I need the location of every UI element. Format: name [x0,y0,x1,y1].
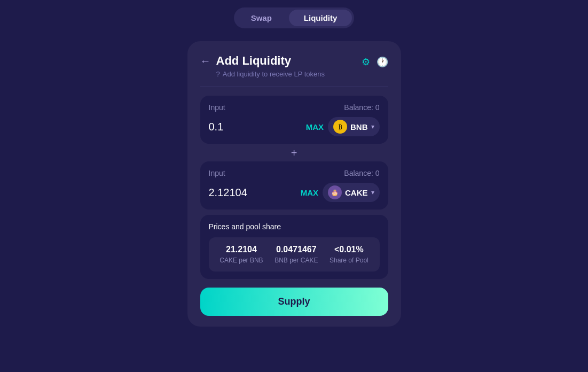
cake-token-name: CAKE [345,188,368,197]
price-item-cake-per-bnb: 21.2104 CAKE per BNB [219,245,263,264]
card-subtitle: ? Add liquidity to receive LP tokens [216,70,325,78]
bnb-icon: ₿ [333,120,347,134]
cake-max-button[interactable]: MAX [301,188,318,197]
cake-token-selector[interactable]: 🎂 CAKE ▾ [323,183,380,202]
plus-separator: + [200,147,388,159]
add-liquidity-card: ← Add Liquidity ? Add liquidity to recei… [187,41,401,327]
history-icon[interactable]: 🕐 [377,56,388,68]
bnb-per-cake-value: 0.0471467 [275,245,318,254]
cake-input-bottom: 2.12104 MAX 🎂 CAKE ▾ [209,183,380,202]
cake-icon: 🎂 [328,185,342,199]
price-item-bnb-per-cake: 0.0471467 BNB per CAKE [275,245,318,264]
tab-swap[interactable]: Swap [236,10,287,26]
cake-per-bnb-label: CAKE per BNB [219,257,263,264]
bnb-token-name: BNB [350,122,368,131]
bnb-balance: Balance: 0 [344,103,379,112]
cake-balance: Balance: 0 [344,169,379,177]
bnb-input-bottom: 0.1 MAX ₿ BNB ▾ [209,117,380,136]
cake-input-right: MAX 🎂 CAKE ▾ [301,183,380,202]
cake-input-top: Input Balance: 0 [209,169,380,177]
divider [200,87,388,87]
info-icon: ? [216,70,220,78]
supply-button[interactable]: Supply [200,288,388,316]
share-of-pool-label: Share of Pool [330,257,369,264]
subtitle-text: Add liquidity to receive LP tokens [223,70,325,78]
bnb-input-value: 0.1 [209,121,224,133]
prices-title: Prices and pool share [209,222,380,231]
cake-per-bnb-value: 21.2104 [219,245,263,254]
prices-box: Prices and pool share 21.2104 CAKE per B… [200,215,388,279]
header-left: ← Add Liquidity ? Add liquidity to recei… [200,54,325,78]
cake-input-value: 2.12104 [209,187,247,199]
bnb-per-cake-label: BNB per CAKE [275,257,318,264]
bnb-input-label: Input [209,103,225,112]
card-title: Add Liquidity [216,54,325,68]
price-item-share-of-pool: <0.01% Share of Pool [330,245,369,264]
header-icons: ⚙ 🕐 [362,56,388,68]
bnb-max-button[interactable]: MAX [306,122,324,131]
prices-inner: 21.2104 CAKE per BNB 0.0471467 BNB per C… [209,237,380,272]
bnb-token-selector[interactable]: ₿ BNB ▾ [328,117,380,136]
cake-input-label: Input [209,169,225,177]
bnb-input-top: Input Balance: 0 [209,103,380,112]
share-of-pool-value: <0.01% [330,245,369,254]
back-button[interactable]: ← [200,55,211,67]
bnb-input-box: Input Balance: 0 0.1 MAX ₿ BNB ▾ [200,96,388,144]
card-header: ← Add Liquidity ? Add liquidity to recei… [200,54,388,78]
header-text: Add Liquidity ? Add liquidity to receive… [216,54,325,78]
bnb-chevron-icon: ▾ [371,123,374,130]
tab-liquidity[interactable]: Liquidity [289,10,352,26]
settings-icon[interactable]: ⚙ [362,56,370,68]
bnb-input-right: MAX ₿ BNB ▾ [306,117,380,136]
tab-bar: Swap Liquidity [234,7,355,28]
cake-chevron-icon: ▾ [371,189,374,196]
cake-input-box: Input Balance: 0 2.12104 MAX 🎂 CAKE ▾ [200,161,388,210]
